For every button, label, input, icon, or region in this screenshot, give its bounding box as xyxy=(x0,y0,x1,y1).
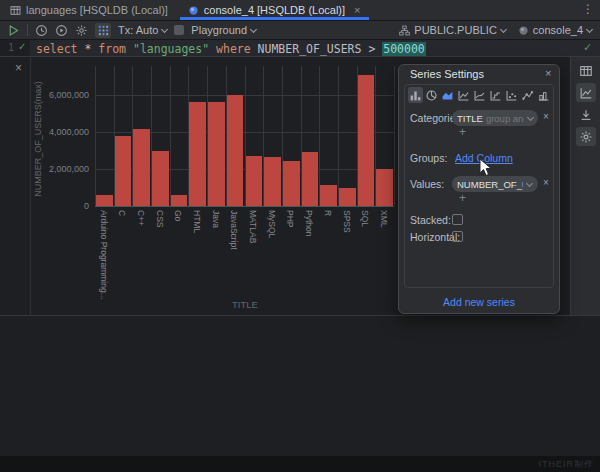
bar xyxy=(152,151,169,206)
bar xyxy=(115,136,132,206)
chevron-down-icon xyxy=(586,25,593,32)
line-number: 1 xyxy=(8,42,14,53)
remove-values-icon[interactable] xyxy=(543,177,549,188)
chevron-down-icon xyxy=(250,25,257,32)
bar xyxy=(189,102,206,206)
x-axis-tick-label: JavaScript xyxy=(229,210,239,250)
x-axis-tick-label: Arduino Programming... xyxy=(99,210,109,300)
panel-divider xyxy=(0,56,600,57)
gridline xyxy=(338,66,339,206)
x-axis-title: TITLE xyxy=(205,299,285,310)
x-axis-tick-label: HTML xyxy=(192,210,202,233)
bar xyxy=(227,95,244,206)
history-icon[interactable] xyxy=(35,24,48,37)
x-axis-tick-label: PHP xyxy=(285,210,295,227)
line-chart-icon[interactable] xyxy=(456,87,471,103)
gridline xyxy=(394,66,395,206)
chart-icon[interactable] xyxy=(576,83,596,102)
tab-console-4[interactable]: console_4 [HSQLDB (Local)] × xyxy=(178,0,371,20)
chevron-down-icon xyxy=(527,113,534,120)
stacked-checkbox[interactable] xyxy=(452,214,463,225)
tab-options-icon[interactable] xyxy=(582,2,594,16)
scatter-chart-icon[interactable] xyxy=(504,87,519,103)
close-icon[interactable]: × xyxy=(354,4,360,16)
tab-languages[interactable]: languages [HSQLDB (Local)] xyxy=(0,0,178,20)
export-icon[interactable] xyxy=(576,105,596,124)
console-session-icon xyxy=(518,25,529,36)
chevron-down-icon xyxy=(500,25,507,32)
x-axis-tick-label: C++ xyxy=(136,210,146,226)
x-axis-tick-label: Go xyxy=(173,210,183,221)
sql-column-name: NUMBER_OF_USERS xyxy=(251,42,369,56)
playground-dropdown[interactable]: Playground xyxy=(191,24,256,36)
groups-label: Groups: xyxy=(410,152,447,164)
schema-dropdown[interactable]: PUBLIC.PUBLIC xyxy=(399,24,506,36)
gridline xyxy=(170,66,171,206)
values-column-pill[interactable]: NUMBER_OF_USERS xyxy=(452,176,538,192)
pie-chart-icon[interactable] xyxy=(424,87,439,103)
sql-code-line[interactable]: select * from "languages" where NUMBER_O… xyxy=(36,42,426,56)
y-axis-tick-label: 6,000,000 xyxy=(33,90,89,100)
bar xyxy=(96,195,113,206)
bar xyxy=(264,157,281,206)
close-chart-icon[interactable] xyxy=(15,61,22,75)
bar xyxy=(339,188,356,207)
add-categories-column-button[interactable] xyxy=(459,125,466,139)
x-axis-tick-label: SQL xyxy=(360,210,370,227)
x-axis-tick-label: Java xyxy=(211,210,221,228)
area-chart-icon[interactable] xyxy=(440,87,455,103)
rerun-icon[interactable] xyxy=(55,24,68,37)
session-dropdown[interactable]: console_4 xyxy=(518,24,592,36)
bar-chart-icon[interactable] xyxy=(408,87,423,103)
bottom-band xyxy=(0,456,600,472)
x-axis-tick-label: R xyxy=(323,210,333,216)
close-icon[interactable] xyxy=(545,67,551,79)
line-points-chart-icon[interactable] xyxy=(520,87,535,103)
table-icon[interactable] xyxy=(576,61,596,80)
results-view-toolbar xyxy=(570,57,600,315)
in-editor-results-toggle[interactable] xyxy=(95,23,111,38)
step-chart-icon[interactable] xyxy=(488,87,503,103)
categories-column-pill[interactable]: TITLE group and sort xyxy=(452,110,538,126)
mouse-cursor xyxy=(479,158,493,178)
remove-categories-icon[interactable] xyxy=(543,111,549,122)
tx-mode-label: Tx: Auto xyxy=(118,24,158,36)
application-window: languages [HSQLDB (Local)] console_4 [HS… xyxy=(0,0,600,472)
watermark: ITHEIR制作 xyxy=(538,458,594,471)
sql-operator: > xyxy=(368,42,382,56)
y-axis-tick-label: 0 xyxy=(33,201,89,211)
horizontal-checkbox[interactable] xyxy=(452,231,463,242)
chevron-down-icon xyxy=(161,25,168,32)
inspection-ok-icon[interactable] xyxy=(583,41,592,54)
panel-divider xyxy=(0,315,600,316)
histogram-chart-icon[interactable] xyxy=(536,87,551,103)
active-tab-indicator xyxy=(180,17,369,20)
stop-icon[interactable] xyxy=(174,25,184,35)
sql-number-selected: 500000 xyxy=(382,42,426,56)
bar xyxy=(208,102,225,206)
editor-tab-bar: languages [HSQLDB (Local)] console_4 [HS… xyxy=(0,0,600,21)
run-icon[interactable] xyxy=(7,24,20,37)
toolbar-divider xyxy=(27,24,28,36)
values-column-name: NUMBER_OF_USERS xyxy=(457,179,523,190)
bar xyxy=(283,161,300,206)
gridline xyxy=(95,95,394,96)
values-label: Values: xyxy=(410,178,444,190)
bar xyxy=(171,195,188,206)
spline-chart-icon[interactable] xyxy=(472,87,487,103)
bar xyxy=(246,156,263,206)
bar xyxy=(133,129,150,206)
tab-label: console_4 [HSQLDB (Local)] xyxy=(204,4,345,16)
add-new-series-link[interactable]: Add new series xyxy=(398,296,560,308)
x-axis-tick-label: XML xyxy=(379,210,389,227)
table-icon xyxy=(10,5,21,16)
tx-mode-dropdown[interactable]: Tx: Auto xyxy=(118,24,167,36)
services-grid-icon xyxy=(98,25,109,36)
sql-table-name: "languages" xyxy=(126,42,216,56)
settings-icon[interactable] xyxy=(576,127,596,146)
add-values-column-button[interactable] xyxy=(459,191,466,205)
x-axis-tick-label: C xyxy=(117,210,127,216)
gridline xyxy=(95,66,96,206)
chart-type-selector xyxy=(408,87,552,104)
gear-icon[interactable] xyxy=(75,24,88,37)
